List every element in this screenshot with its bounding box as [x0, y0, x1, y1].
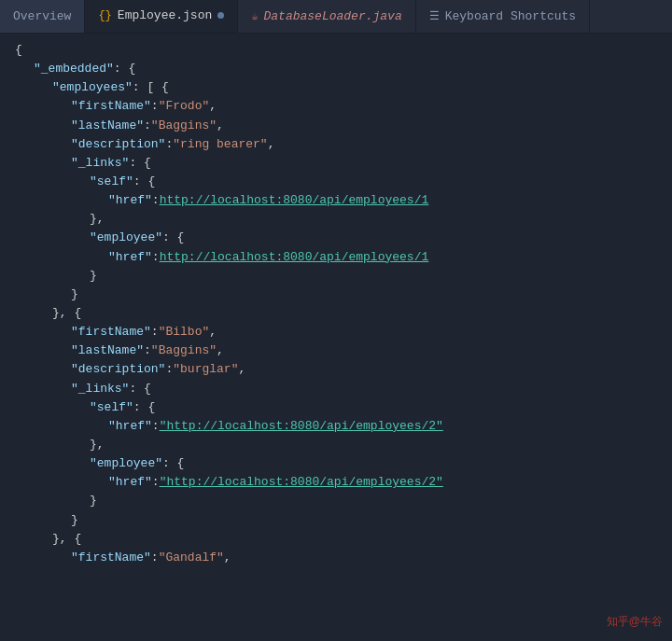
code-line: },: [0, 210, 672, 229]
code-line: },: [0, 436, 672, 454]
code-line: "href" : http://localhost:8080/api/emplo…: [0, 248, 672, 267]
code-line: "href" : http://localhost:8080/api/emplo…: [0, 191, 672, 210]
code-line: }: [0, 511, 672, 530]
code-line: }, {: [0, 530, 672, 549]
code-line: "lastName" : "Baggins" ,: [0, 117, 672, 135]
code-line: }: [0, 286, 672, 304]
code-line: "href" : "http://localhost:8080/api/empl…: [0, 417, 672, 436]
tab-keyboard-shortcuts[interactable]: ☰ Keyboard Shortcuts: [416, 0, 590, 33]
code-line: "employees" : [ {: [0, 78, 672, 97]
tab-overview[interactable]: Overview: [0, 0, 85, 33]
code-line: }: [0, 492, 672, 510]
json-icon: {}: [98, 9, 111, 22]
tab-database-loader[interactable]: ☕ DatabaseLoader.java: [238, 0, 415, 33]
code-line: "employee" : {: [0, 229, 672, 247]
java-icon: ☕: [251, 9, 258, 23]
modified-dot: [217, 12, 224, 19]
tab-keyboard-shortcuts-label: Keyboard Shortcuts: [445, 9, 576, 23]
tab-overview-label: Overview: [13, 9, 71, 23]
code-line: "href" : "http://localhost:8080/api/empl…: [0, 473, 672, 492]
code-line: "lastName" : "Baggins" ,: [0, 341, 672, 360]
code-line: {: [0, 41, 672, 60]
code-line: "self" : {: [0, 398, 672, 417]
code-line: "self" : {: [0, 173, 672, 191]
tab-employee-json[interactable]: {} Employee.json: [85, 0, 238, 33]
code-line: "firstName" : "Frodo" ,: [0, 97, 672, 116]
tab-database-loader-label: DatabaseLoader.java: [263, 9, 401, 23]
code-line: "description" : "ring bearer" ,: [0, 135, 672, 154]
code-line: "_links" : {: [0, 154, 672, 173]
code-line: "_links" : {: [0, 380, 672, 398]
code-line: }: [0, 267, 672, 286]
code-line: "description" : "burglar" ,: [0, 360, 672, 379]
code-line: "employee" : {: [0, 454, 672, 473]
kbd-icon: ☰: [429, 9, 440, 23]
tab-employee-json-label: Employee.json: [118, 8, 212, 22]
editor-area: { "_embedded" : { "employees" : [ { "fir…: [0, 34, 672, 641]
tab-bar: Overview {} Employee.json ☕ DatabaseLoad…: [0, 0, 672, 34]
code-line: "_embedded" : {: [0, 60, 672, 78]
code-line: }, {: [0, 304, 672, 323]
code-line: "firstName" : "Gandalf" ,: [0, 549, 672, 567]
code-line: "firstName" : "Bilbo" ,: [0, 323, 672, 341]
